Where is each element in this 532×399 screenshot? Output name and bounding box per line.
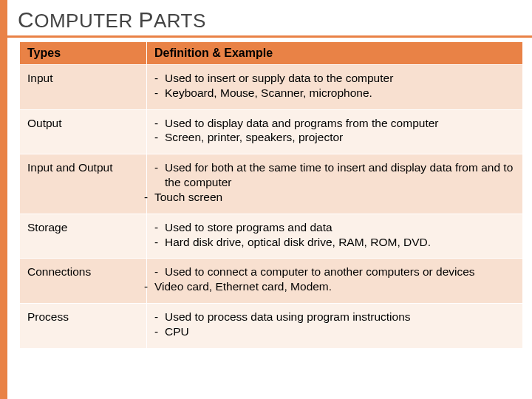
- table-header-row: Types Definition & Example: [20, 42, 523, 65]
- dash-icon: -: [154, 71, 165, 86]
- accent-bar: [0, 0, 7, 399]
- title-underline: [0, 35, 532, 38]
- bullet-line: - Used for both at the same time to inse…: [154, 160, 515, 190]
- bullet-text: Screen, printer, speakers, projector: [165, 130, 515, 145]
- bullet-line: - Used to insert or supply data to the c…: [154, 71, 515, 86]
- bullet-line: - Used to display data and programs from…: [154, 116, 515, 131]
- cell-definition: - Used to store programs and data- Hard …: [147, 214, 523, 259]
- cell-definition: - Used to process data using program ins…: [147, 304, 523, 349]
- cell-definition: - Used to insert or supply data to the c…: [147, 65, 523, 110]
- dash-icon: -: [144, 190, 154, 205]
- bullet-text: Used for both at the same time to insert…: [165, 160, 515, 190]
- cell-definition: - Used to display data and programs from…: [147, 109, 523, 154]
- table-row: Input and Output- Used for both at the s…: [20, 154, 523, 214]
- table-row: Connections- Used to connect a computer …: [20, 259, 523, 304]
- cell-definition: - Used for both at the same time to inse…: [147, 154, 523, 214]
- header-types: Types: [20, 42, 147, 65]
- bullet-text: Video card, Ethernet card, Modem.: [154, 279, 515, 294]
- bullet-line: - Keyboard, Mouse, Scanner, microphone.: [154, 86, 515, 100]
- bullet-text: Used to insert or supply data to the com…: [165, 71, 515, 86]
- title-cap-c: C: [18, 7, 34, 32]
- dash-icon: -: [154, 220, 165, 235]
- dash-icon: -: [154, 160, 165, 175]
- dash-icon: -: [154, 235, 165, 250]
- cell-type: Input and Output: [20, 154, 147, 214]
- table-row: Input- Used to insert or supply data to …: [20, 65, 523, 110]
- cell-type: Input: [20, 65, 147, 110]
- bullet-text: Keyboard, Mouse, Scanner, microphone.: [165, 86, 515, 100]
- dash-icon: -: [144, 279, 154, 294]
- title-word-2: ARTS: [154, 10, 206, 32]
- title-word-1: OMPUTER: [34, 10, 138, 32]
- table-row: Storage- Used to store programs and data…: [20, 214, 523, 259]
- bullet-line: - Screen, printer, speakers, projector: [154, 130, 515, 145]
- table-row: Output- Used to display data and program…: [20, 109, 523, 154]
- table-body: Input- Used to insert or supply data to …: [20, 65, 523, 349]
- slide: COMPUTER PARTS Types Definition & Exampl…: [0, 0, 532, 399]
- cell-type: Process: [20, 304, 147, 349]
- header-definition: Definition & Example: [147, 42, 523, 65]
- dash-icon: -: [154, 116, 165, 131]
- bullet-text: Touch screen: [154, 190, 515, 205]
- bullet-line: - Used to store programs and data: [154, 220, 515, 235]
- bullet-line: - Used to connect a computer to another …: [154, 265, 515, 279]
- bullet-line: - Video card, Ethernet card, Modem.: [144, 279, 515, 294]
- dash-icon: -: [154, 130, 165, 145]
- table-row: Process- Used to process data using prog…: [20, 304, 523, 349]
- bullet-line: - CPU: [154, 324, 515, 339]
- bullet-text: Used to process data using program instr…: [165, 310, 515, 324]
- title-cap-p: P: [138, 7, 154, 32]
- page-title: COMPUTER PARTS: [0, 0, 532, 35]
- bullet-line: - Hard disk drive, optical disk drive, R…: [154, 235, 515, 250]
- dash-icon: -: [154, 324, 165, 339]
- bullet-text: CPU: [165, 324, 515, 339]
- bullet-text: Used to connect a computer to another co…: [165, 265, 515, 279]
- bullet-text: Used to store programs and data: [165, 220, 515, 235]
- cell-definition: - Used to connect a computer to another …: [147, 259, 523, 304]
- dash-icon: -: [154, 310, 165, 324]
- bullet-text: Hard disk drive, optical disk drive, RAM…: [165, 235, 515, 250]
- dash-icon: -: [154, 86, 165, 100]
- dash-icon: -: [154, 265, 165, 279]
- bullet-line: - Touch screen: [144, 190, 515, 205]
- cell-type: Storage: [20, 214, 147, 259]
- cell-type: Output: [20, 109, 147, 154]
- cell-type: Connections: [20, 259, 147, 304]
- parts-table: Types Definition & Example Input- Used t…: [19, 41, 523, 349]
- bullet-text: Used to display data and programs from t…: [165, 116, 515, 131]
- bullet-line: - Used to process data using program ins…: [154, 310, 515, 324]
